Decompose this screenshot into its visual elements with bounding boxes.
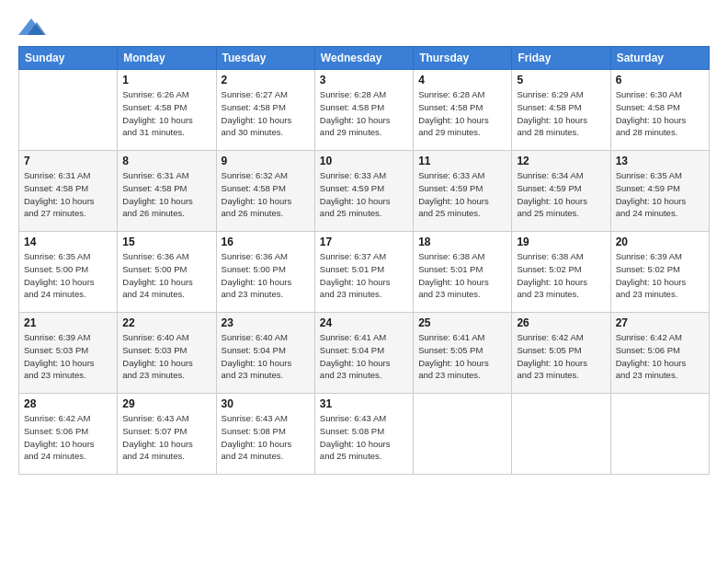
calendar-cell: 9Sunrise: 6:32 AM Sunset: 4:58 PM Daylig… bbox=[216, 151, 314, 232]
calendar-cell: 25Sunrise: 6:41 AM Sunset: 5:05 PM Dayli… bbox=[414, 313, 512, 394]
day-info: Sunrise: 6:41 AM Sunset: 5:04 PM Dayligh… bbox=[320, 331, 408, 382]
day-info: Sunrise: 6:42 AM Sunset: 5:06 PM Dayligh… bbox=[24, 412, 112, 463]
calendar-cell: 26Sunrise: 6:42 AM Sunset: 5:05 PM Dayli… bbox=[512, 313, 610, 394]
calendar-cell: 28Sunrise: 6:42 AM Sunset: 5:06 PM Dayli… bbox=[19, 394, 118, 475]
calendar-cell: 15Sunrise: 6:36 AM Sunset: 5:00 PM Dayli… bbox=[118, 232, 216, 313]
day-number: 24 bbox=[320, 316, 408, 329]
day-number: 4 bbox=[418, 74, 506, 86]
calendar-cell: 21Sunrise: 6:39 AM Sunset: 5:03 PM Dayli… bbox=[19, 313, 118, 394]
calendar-cell: 24Sunrise: 6:41 AM Sunset: 5:04 PM Dayli… bbox=[314, 313, 413, 394]
day-info: Sunrise: 6:35 AM Sunset: 4:59 PM Dayligh… bbox=[616, 169, 704, 220]
day-number: 16 bbox=[222, 236, 310, 248]
calendar-cell: 8Sunrise: 6:31 AM Sunset: 4:58 PM Daylig… bbox=[118, 151, 216, 232]
calendar-cell: 20Sunrise: 6:39 AM Sunset: 5:02 PM Dayli… bbox=[610, 232, 709, 313]
page: SundayMondayTuesdayWednesdayThursdayFrid… bbox=[0, 0, 728, 563]
day-number: 10 bbox=[320, 155, 408, 167]
day-number: 20 bbox=[616, 236, 704, 248]
day-info: Sunrise: 6:42 AM Sunset: 5:06 PM Dayligh… bbox=[616, 331, 704, 382]
weekday-header-friday: Friday bbox=[512, 47, 610, 70]
weekday-header-row: SundayMondayTuesdayWednesdayThursdayFrid… bbox=[19, 47, 710, 70]
day-number: 29 bbox=[122, 397, 210, 410]
calendar-cell: 10Sunrise: 6:33 AM Sunset: 4:59 PM Dayli… bbox=[314, 151, 413, 232]
calendar-cell bbox=[610, 394, 709, 475]
day-number: 3 bbox=[320, 74, 408, 86]
day-info: Sunrise: 6:32 AM Sunset: 4:58 PM Dayligh… bbox=[222, 169, 310, 220]
day-info: Sunrise: 6:40 AM Sunset: 5:04 PM Dayligh… bbox=[222, 331, 310, 382]
day-info: Sunrise: 6:27 AM Sunset: 4:58 PM Dayligh… bbox=[222, 88, 310, 139]
day-info: Sunrise: 6:38 AM Sunset: 5:01 PM Dayligh… bbox=[418, 250, 506, 301]
day-info: Sunrise: 6:39 AM Sunset: 5:03 PM Dayligh… bbox=[24, 331, 112, 382]
day-info: Sunrise: 6:30 AM Sunset: 4:58 PM Dayligh… bbox=[616, 88, 704, 139]
day-info: Sunrise: 6:36 AM Sunset: 5:00 PM Dayligh… bbox=[222, 250, 310, 301]
day-number: 9 bbox=[222, 155, 310, 167]
day-number: 1 bbox=[122, 74, 210, 86]
day-number: 15 bbox=[122, 236, 210, 248]
day-number: 5 bbox=[517, 74, 605, 86]
day-info: Sunrise: 6:43 AM Sunset: 5:08 PM Dayligh… bbox=[222, 412, 310, 463]
week-row-4: 21Sunrise: 6:39 AM Sunset: 5:03 PM Dayli… bbox=[19, 313, 710, 394]
day-info: Sunrise: 6:41 AM Sunset: 5:05 PM Dayligh… bbox=[418, 331, 506, 382]
calendar-cell: 12Sunrise: 6:34 AM Sunset: 4:59 PM Dayli… bbox=[512, 151, 610, 232]
day-number: 30 bbox=[222, 397, 310, 410]
calendar-cell: 22Sunrise: 6:40 AM Sunset: 5:03 PM Dayli… bbox=[118, 313, 216, 394]
day-info: Sunrise: 6:43 AM Sunset: 5:07 PM Dayligh… bbox=[122, 412, 210, 463]
calendar-cell: 13Sunrise: 6:35 AM Sunset: 4:59 PM Dayli… bbox=[610, 151, 709, 232]
day-info: Sunrise: 6:38 AM Sunset: 5:02 PM Dayligh… bbox=[517, 250, 605, 301]
week-row-1: 1Sunrise: 6:26 AM Sunset: 4:58 PM Daylig… bbox=[19, 70, 710, 151]
calendar-cell: 2Sunrise: 6:27 AM Sunset: 4:58 PM Daylig… bbox=[216, 70, 314, 151]
day-number: 21 bbox=[24, 316, 112, 329]
day-info: Sunrise: 6:26 AM Sunset: 4:58 PM Dayligh… bbox=[122, 88, 210, 139]
day-number: 11 bbox=[418, 155, 506, 167]
day-info: Sunrise: 6:28 AM Sunset: 4:58 PM Dayligh… bbox=[320, 88, 408, 139]
weekday-header-wednesday: Wednesday bbox=[314, 47, 413, 70]
weekday-header-thursday: Thursday bbox=[414, 47, 512, 70]
day-number: 12 bbox=[517, 155, 605, 167]
day-number: 27 bbox=[616, 316, 704, 329]
day-info: Sunrise: 6:34 AM Sunset: 4:59 PM Dayligh… bbox=[517, 169, 605, 220]
day-number: 7 bbox=[24, 155, 112, 167]
day-number: 19 bbox=[517, 236, 605, 248]
day-info: Sunrise: 6:42 AM Sunset: 5:05 PM Dayligh… bbox=[517, 331, 605, 382]
calendar-cell: 17Sunrise: 6:37 AM Sunset: 5:01 PM Dayli… bbox=[314, 232, 413, 313]
day-info: Sunrise: 6:31 AM Sunset: 4:58 PM Dayligh… bbox=[24, 169, 112, 220]
day-number: 26 bbox=[517, 316, 605, 329]
day-info: Sunrise: 6:33 AM Sunset: 4:59 PM Dayligh… bbox=[418, 169, 506, 220]
weekday-header-monday: Monday bbox=[118, 47, 216, 70]
day-info: Sunrise: 6:29 AM Sunset: 4:58 PM Dayligh… bbox=[517, 88, 605, 139]
day-number: 25 bbox=[418, 316, 506, 329]
calendar-cell: 23Sunrise: 6:40 AM Sunset: 5:04 PM Dayli… bbox=[216, 313, 314, 394]
weekday-header-saturday: Saturday bbox=[610, 47, 709, 70]
day-number: 17 bbox=[320, 236, 408, 248]
week-row-3: 14Sunrise: 6:35 AM Sunset: 5:00 PM Dayli… bbox=[19, 232, 710, 313]
day-number: 2 bbox=[222, 74, 310, 86]
day-number: 13 bbox=[616, 155, 704, 167]
calendar-cell: 7Sunrise: 6:31 AM Sunset: 4:58 PM Daylig… bbox=[19, 151, 118, 232]
calendar: SundayMondayTuesdayWednesdayThursdayFrid… bbox=[18, 46, 710, 475]
calendar-cell: 14Sunrise: 6:35 AM Sunset: 5:00 PM Dayli… bbox=[19, 232, 118, 313]
calendar-cell bbox=[512, 394, 610, 475]
day-number: 14 bbox=[24, 236, 112, 248]
week-row-2: 7Sunrise: 6:31 AM Sunset: 4:58 PM Daylig… bbox=[19, 151, 710, 232]
day-info: Sunrise: 6:31 AM Sunset: 4:58 PM Dayligh… bbox=[122, 169, 210, 220]
day-info: Sunrise: 6:35 AM Sunset: 5:00 PM Dayligh… bbox=[24, 250, 112, 301]
day-number: 22 bbox=[122, 316, 210, 329]
week-row-5: 28Sunrise: 6:42 AM Sunset: 5:06 PM Dayli… bbox=[19, 394, 710, 475]
calendar-cell bbox=[414, 394, 512, 475]
calendar-cell: 29Sunrise: 6:43 AM Sunset: 5:07 PM Dayli… bbox=[118, 394, 216, 475]
day-info: Sunrise: 6:33 AM Sunset: 4:59 PM Dayligh… bbox=[320, 169, 408, 220]
day-info: Sunrise: 6:36 AM Sunset: 5:00 PM Dayligh… bbox=[122, 250, 210, 301]
calendar-cell: 18Sunrise: 6:38 AM Sunset: 5:01 PM Dayli… bbox=[414, 232, 512, 313]
calendar-cell: 30Sunrise: 6:43 AM Sunset: 5:08 PM Dayli… bbox=[216, 394, 314, 475]
calendar-cell: 31Sunrise: 6:43 AM Sunset: 5:08 PM Dayli… bbox=[314, 394, 413, 475]
day-number: 28 bbox=[24, 397, 112, 410]
calendar-cell: 1Sunrise: 6:26 AM Sunset: 4:58 PM Daylig… bbox=[118, 70, 216, 151]
calendar-cell: 6Sunrise: 6:30 AM Sunset: 4:58 PM Daylig… bbox=[610, 70, 709, 151]
calendar-cell: 19Sunrise: 6:38 AM Sunset: 5:02 PM Dayli… bbox=[512, 232, 610, 313]
calendar-cell: 5Sunrise: 6:29 AM Sunset: 4:58 PM Daylig… bbox=[512, 70, 610, 151]
logo-icon bbox=[18, 17, 46, 39]
weekday-header-tuesday: Tuesday bbox=[216, 47, 314, 70]
day-number: 8 bbox=[122, 155, 210, 167]
day-number: 23 bbox=[222, 316, 310, 329]
day-info: Sunrise: 6:39 AM Sunset: 5:02 PM Dayligh… bbox=[616, 250, 704, 301]
day-info: Sunrise: 6:28 AM Sunset: 4:58 PM Dayligh… bbox=[418, 88, 506, 139]
